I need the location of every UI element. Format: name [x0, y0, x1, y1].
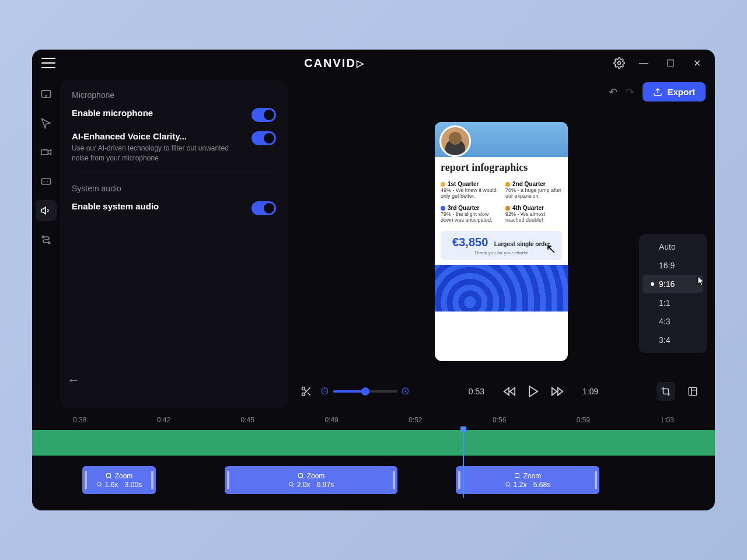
svg-point-0	[617, 62, 620, 65]
crop-button[interactable]	[657, 382, 675, 401]
maximize-button[interactable]: ☐	[662, 58, 679, 69]
wallpaper-icon[interactable]	[36, 83, 57, 104]
minimize-button[interactable]: —	[636, 58, 652, 68]
svg-line-10	[308, 393, 310, 396]
timeline[interactable]: 0:380:420:450:490:520:560:591:03 Zoom 1.…	[32, 411, 715, 510]
hamburger-icon	[41, 58, 55, 68]
export-button[interactable]: Export	[643, 82, 706, 102]
audio-icon[interactable]	[36, 200, 57, 221]
zoom-clip-2[interactable]: Zoom 2.0x 6.97s	[225, 466, 397, 494]
svg-line-33	[509, 485, 510, 487]
rewind-button[interactable]	[503, 385, 516, 398]
playback-bar: 0:53 1:09	[294, 375, 709, 408]
time-ruler: 0:380:420:450:490:520:560:591:03	[32, 416, 715, 426]
app-title: CANVID▷	[304, 57, 365, 70]
settings-icon[interactable]	[613, 57, 625, 69]
svg-marker-19	[529, 386, 537, 397]
zoom-out-button[interactable]	[320, 387, 330, 396]
svg-point-2	[46, 96, 47, 97]
svg-point-7	[302, 387, 305, 390]
sys-audio-section-label: System audio	[72, 184, 276, 193]
svg-rect-31	[515, 473, 519, 477]
hamburger-menu[interactable]	[41, 58, 55, 68]
svg-rect-25	[106, 473, 110, 477]
play-button[interactable]	[526, 384, 540, 398]
svg-marker-18	[510, 388, 515, 396]
enable-sys-audio-toggle[interactable]	[252, 201, 276, 215]
back-arrow-button[interactable]: ←	[67, 373, 80, 388]
zoom-clip-1[interactable]: Zoom 1.6x 3.00s	[82, 466, 156, 494]
aspect-4-3[interactable]: 4:3	[643, 312, 703, 331]
preview-title: report infographics	[441, 162, 562, 174]
cursor-icon[interactable]	[36, 113, 57, 134]
aspect-9-16[interactable]: 9:16	[643, 275, 703, 293]
svg-line-30	[292, 485, 294, 487]
svg-line-27	[100, 485, 102, 487]
svg-point-26	[97, 482, 101, 486]
svg-point-32	[506, 482, 509, 486]
redo-button[interactable]: ↷	[626, 86, 634, 99]
preview-frame: report infographics 1st Quarter49% - We …	[435, 122, 568, 361]
preview-area: ↶ ↷ Export report infographics 1st Quart…	[288, 76, 715, 411]
camera-icon[interactable]	[36, 142, 57, 163]
avatar	[439, 125, 471, 157]
aspect-16-9[interactable]: 16:9	[643, 256, 703, 275]
path-icon[interactable]	[36, 229, 57, 250]
captions-icon[interactable]	[36, 171, 57, 192]
zoom-slider[interactable]	[333, 390, 397, 393]
enable-mic-label: Enable microphone	[72, 108, 242, 118]
zoom-in-button[interactable]	[401, 387, 410, 396]
audio-settings-panel: Microphone Enable microphone AI-Enhanced…	[60, 80, 288, 408]
divider	[72, 173, 276, 173]
upload-icon	[653, 88, 662, 97]
svg-point-5	[42, 236, 44, 237]
svg-point-6	[48, 242, 50, 243]
aspect-auto[interactable]: Auto	[643, 237, 703, 256]
titlebar: CANVID▷ — ☐ ✕	[32, 50, 715, 76]
zoom-track[interactable]: Zoom 1.6x 3.00s Zoom 2.0x 6.97s Zoom 1.2…	[32, 464, 715, 496]
left-icon-rail	[32, 76, 60, 411]
svg-rect-4	[42, 178, 51, 184]
ai-clarity-toggle[interactable]	[252, 131, 276, 145]
svg-point-8	[302, 393, 305, 396]
enable-sys-audio-label: Enable system audio	[72, 201, 242, 211]
aspect-1-1[interactable]: 1:1	[643, 293, 703, 312]
svg-rect-3	[41, 150, 48, 155]
video-track[interactable]	[32, 430, 715, 456]
mic-section-label: Microphone	[72, 90, 276, 100]
cursor-arrow-icon: ↖	[546, 242, 556, 257]
total-time: 1:09	[582, 387, 598, 396]
current-time: 0:53	[469, 387, 484, 396]
close-button[interactable]: ✕	[689, 58, 706, 69]
undo-button[interactable]: ↶	[609, 86, 617, 99]
aspect-3-4[interactable]: 3:4	[643, 331, 703, 349]
svg-rect-28	[298, 473, 302, 477]
ai-clarity-desc: Use our AI-driven technology to filter o…	[72, 144, 242, 163]
playhead[interactable]	[463, 430, 464, 498]
aspect-ratio-menu: Auto 16:9 9:16 1:1 4:3 3:4	[639, 234, 707, 353]
svg-line-11	[305, 390, 306, 391]
layout-button[interactable]	[683, 382, 702, 401]
svg-marker-21	[552, 388, 557, 396]
svg-rect-22	[689, 387, 697, 396]
cut-button[interactable]	[301, 386, 312, 397]
enable-mic-toggle[interactable]	[252, 108, 276, 122]
svg-marker-17	[504, 388, 509, 396]
svg-point-29	[289, 482, 293, 486]
ai-clarity-label: AI-Enhanced Voice Clarity...	[72, 131, 242, 141]
svg-marker-20	[558, 388, 563, 396]
forward-button[interactable]	[551, 385, 564, 398]
zoom-clip-3[interactable]: Zoom 1.2x 5.68s	[456, 466, 599, 494]
